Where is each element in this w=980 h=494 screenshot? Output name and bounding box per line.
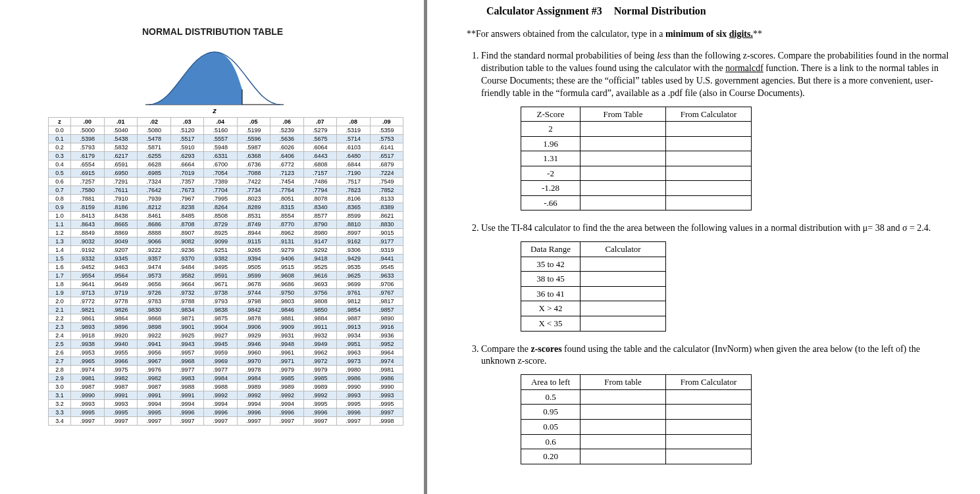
ndt-cell: .9985	[303, 374, 337, 383]
table-row: -2	[521, 166, 752, 181]
table-row: 0.05	[521, 419, 752, 434]
row-label: -1.28	[521, 181, 580, 196]
ndt-cell: .9192	[71, 246, 105, 255]
ndt-cell: .9990	[337, 383, 371, 391]
ndt-col-z: z	[49, 118, 71, 126]
row-label: -.66	[521, 195, 580, 210]
ndt-cell: .6985	[138, 169, 171, 178]
ndt-z-cell: 1.2	[49, 229, 71, 237]
blank-cell	[666, 405, 752, 420]
ndt-row: 0.3.6179.6217.6255.6293.6331.6368.6406.6…	[49, 152, 403, 161]
ndt-cell: .6331	[204, 152, 238, 161]
ndt-cell: .8023	[237, 195, 271, 203]
row-label: 1.96	[521, 136, 580, 151]
ndt-cell: .8508	[204, 212, 238, 220]
ndt-cell: .9955	[104, 349, 138, 357]
ndt-cell: .9997	[204, 417, 238, 426]
ndt-cell: .9893	[71, 323, 105, 332]
ndt-cell: .9808	[303, 297, 337, 306]
ndt-cell: .9997	[237, 417, 271, 426]
ndt-cell: .9279	[271, 246, 304, 255]
ndt-cell: .9292	[303, 246, 337, 255]
ndt-cell: .9938	[71, 340, 105, 349]
row-label: 0.5	[521, 389, 580, 405]
ndt-cell: .9971	[271, 357, 304, 366]
ndt-cell: .9996	[237, 408, 271, 417]
ndt-cell: .8643	[71, 220, 105, 229]
ndt-col-06: .06	[271, 118, 304, 126]
ndt-cell: .8554	[271, 212, 304, 220]
ndt-z-cell: 3.0	[49, 383, 71, 391]
ndt-cell: .8531	[237, 212, 271, 220]
ndt-cell: .9920	[104, 332, 138, 340]
ndt-z-cell: 0.6	[49, 178, 71, 186]
ndt-cell: .9564	[104, 272, 138, 280]
ndt-cell: .9898	[138, 323, 171, 332]
ndt-col-07: .07	[303, 118, 337, 126]
ndt-cell: .9778	[104, 297, 138, 306]
ndt-cell: .9890	[370, 314, 403, 323]
ndt-cell: .9993	[71, 400, 105, 408]
bell-curve-figure: z	[142, 42, 287, 114]
ndt-z-cell: 2.4	[49, 332, 71, 340]
ndt-cell: .6808	[303, 161, 337, 169]
ndt-cell: .9959	[204, 349, 238, 357]
axis-label-z: z	[212, 107, 217, 114]
ndt-cell: .9573	[138, 272, 171, 280]
ndt-cell: .9554	[71, 272, 105, 280]
ndt-cell: .9989	[303, 383, 337, 391]
q2-table: Data Range Calculator 35 to 42 38 to 45 …	[521, 241, 666, 331]
ndt-cell: .6736	[237, 161, 271, 169]
blank-cell	[580, 257, 666, 272]
ndt-cell: .9726	[138, 289, 171, 297]
ndt-cell: .9838	[204, 306, 238, 314]
ndt-z-cell: 2.3	[49, 323, 71, 332]
page-left: NORMAL DISTRIBUTION TABLE z z.00.01.02.0…	[0, 0, 425, 494]
ndt-cell: .9582	[170, 272, 204, 280]
ndt-row: 0.5.6915.6950.6985.7019.7054.7088.7123.7…	[49, 169, 403, 178]
ndt-cell: .7823	[337, 186, 371, 195]
ndt-cell: .8461	[138, 212, 171, 220]
ndt-cell: .9463	[104, 263, 138, 272]
ndt-z-cell: 3.2	[49, 400, 71, 408]
ndt-cell: .9671	[204, 280, 238, 289]
ndt-cell: .9750	[271, 289, 304, 297]
ndt-cell: .9664	[170, 280, 204, 289]
ndt-cell: .9976	[138, 366, 171, 374]
table-row: 35 to 42	[521, 257, 666, 272]
ndt-cell: .5160	[204, 126, 238, 135]
ndt-cell: .9993	[104, 400, 138, 408]
blank-cell	[580, 166, 666, 181]
ndt-cell: .9996	[337, 408, 371, 417]
ndt-cell: .8980	[303, 229, 337, 237]
ndt-cell: .7517	[337, 178, 371, 186]
ndt-cell: .5793	[71, 143, 105, 152]
ndt-z-cell: 0.4	[49, 161, 71, 169]
ndt-z-cell: 3.3	[49, 408, 71, 417]
ndt-cell: .9842	[237, 306, 271, 314]
ndt-cell: .9992	[204, 391, 238, 400]
ndt-cell: .9990	[71, 391, 105, 400]
ndt-cell: .9394	[237, 255, 271, 263]
ndt-cell: .9990	[370, 383, 403, 391]
ndt-cell: .8997	[337, 229, 371, 237]
ndt-cell: .9678	[237, 280, 271, 289]
ndt-cell: .9998	[370, 417, 403, 426]
ndt-cell: .9868	[138, 314, 171, 323]
ndt-cell: .8770	[271, 220, 304, 229]
ndt-z-cell: 1.5	[49, 255, 71, 263]
table-row: X > 42	[521, 301, 666, 316]
ndt-cell: .9875	[204, 314, 238, 323]
ndt-cell: .8315	[271, 203, 304, 212]
ndt-cell: .9251	[204, 246, 238, 255]
ndt-cell: .9332	[71, 255, 105, 263]
ndt-row: 0.8.7881.7910.7939.7967.7995.8023.8051.8…	[49, 195, 403, 203]
ndt-cell: .6700	[204, 161, 238, 169]
ndt-row: 2.6.9953.9955.9956.9957.9959.9960.9961.9…	[49, 349, 403, 357]
ndt-cell: .6591	[104, 161, 138, 169]
ndt-cell: .9236	[170, 246, 204, 255]
ndt-cell: .9940	[104, 340, 138, 349]
ndt-cell: .8749	[237, 220, 271, 229]
ndt-col-09: .09	[370, 118, 403, 126]
ndt-cell: .9761	[337, 289, 371, 297]
